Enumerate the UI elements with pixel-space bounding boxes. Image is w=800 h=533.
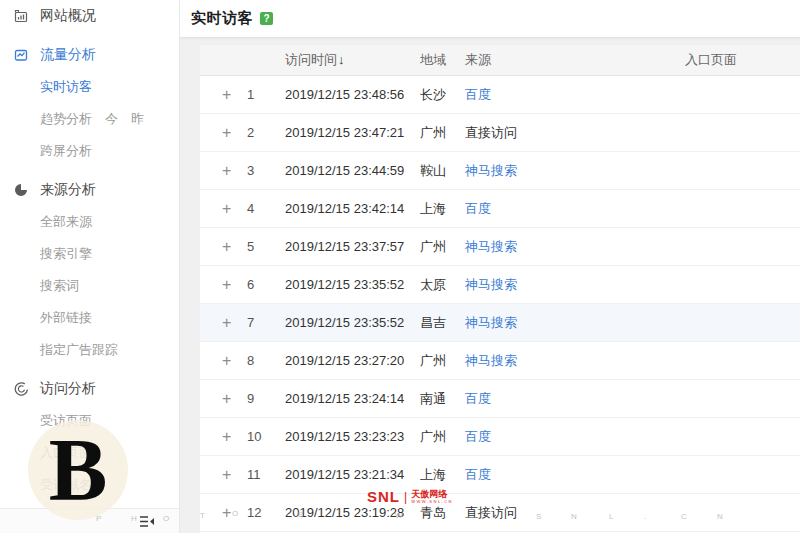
sidebar-item-search-terms[interactable]: 搜索词 (0, 270, 179, 302)
sidebar-item-label: 跨屏分析 (40, 142, 92, 160)
table-row: + 2 2019/12/15 23:47:21 广州 直接访问 (200, 114, 800, 152)
visitors-table-panel: 访问时间↓ 地域 来源 入口页面 + 1 2019/12/15 23:48:56… (200, 45, 800, 533)
sidebar-item-label: 访问分析 (40, 380, 96, 398)
visit-region: 太原 (417, 276, 462, 294)
main-content: 访问时间↓ 地域 来源 入口页面 + 1 2019/12/15 23:48:56… (180, 38, 800, 533)
expand-row-icon[interactable]: + (222, 87, 231, 103)
source-column-header: 来源 (462, 51, 682, 69)
visit-source-link[interactable]: 百度 (462, 428, 682, 446)
sidebar-item-label: 指定广告跟踪 (40, 341, 118, 359)
expand-row-icon[interactable]: + (222, 201, 231, 217)
table-row: + 3 2019/12/15 23:44:59 鞍山 神马搜索 (200, 152, 800, 190)
trend-today-link[interactable]: 今 (105, 110, 118, 128)
row-index: 9 (244, 391, 282, 406)
expand-row-icon[interactable]: + (222, 391, 231, 407)
table-row: + 6 2019/12/15 23:35:52 太原 神马搜索 (200, 266, 800, 304)
table-row: + 10 2019/12/15 23:23:23 广州 百度 (200, 418, 800, 456)
sidebar-item-all-sources[interactable]: 全部来源 (0, 206, 179, 238)
visit-source-link[interactable]: 百度 (462, 390, 682, 408)
watermark-letter: C (681, 512, 687, 521)
sort-desc-icon[interactable]: ↓ (338, 52, 345, 67)
logo-brand-text: SNL (367, 488, 400, 505)
table-row: + 5 2019/12/15 23:37:57 广州 神马搜索 (200, 228, 800, 266)
expand-row-icon[interactable]: + (222, 277, 231, 293)
row-index: 8 (244, 353, 282, 368)
region-column-header: 地域 (417, 51, 462, 69)
expand-row-icon[interactable]: + (222, 467, 231, 483)
visit-source: 直接访问 (462, 124, 682, 142)
sidebar-item-source-analysis[interactable]: 来源分析 (0, 174, 179, 206)
visit-region: 广州 (417, 352, 462, 370)
watermark-letter: T (200, 511, 205, 520)
visit-region: 上海 (417, 200, 462, 218)
visit-time: 2019/12/15 23:44:59 (282, 163, 417, 178)
avatar-watermark: B (28, 420, 128, 520)
visit-source-link[interactable]: 神马搜索 (462, 352, 682, 370)
row-index: 6 (244, 277, 282, 292)
sidebar-item-visit-analysis[interactable]: 访问分析 (0, 373, 179, 405)
visit-source-link[interactable]: 百度 (462, 86, 682, 104)
expand-row-icon[interactable]: + (222, 315, 231, 331)
visit-source-link[interactable]: 神马搜索 (462, 276, 682, 294)
sidebar-item-site-overview[interactable]: 网站概况 (0, 0, 179, 32)
table-row: + 9 2019/12/15 23:24:14 南通 百度 (200, 380, 800, 418)
sidebar-item-label: 搜索词 (40, 277, 79, 295)
sidebar-item-trend-analysis[interactable]: 趋势分析 今 昨 (0, 103, 179, 135)
watermark-letter: O (163, 514, 169, 523)
visit-source-link[interactable]: 神马搜索 (462, 314, 682, 332)
entry-column-header: 入口页面 (682, 51, 800, 69)
visit-time: 2019/12/15 23:21:34 (282, 467, 417, 482)
table-row: + 8 2019/12/15 23:27:20 广州 神马搜索 (200, 342, 800, 380)
avatar-letter: B (49, 426, 108, 514)
sidebar-item-cross-screen[interactable]: 跨屏分析 (0, 135, 179, 167)
page-title: 实时访客 (191, 9, 253, 28)
visit-time: 2019/12/15 23:37:57 (282, 239, 417, 254)
row-index: 11 (244, 467, 282, 482)
sidebar-item-search-engines[interactable]: 搜索引擎 (0, 238, 179, 270)
time-column-header: 访问时间↓ (282, 51, 417, 69)
watermark-letter: H (131, 514, 137, 523)
logo-divider: | (404, 490, 407, 504)
sidebar-item-external-links[interactable]: 外部链接 (0, 302, 179, 334)
visit-time: 2019/12/15 23:35:52 (282, 315, 417, 330)
site-overview-icon (13, 8, 29, 24)
visit-region: 广州 (417, 428, 462, 446)
expand-row-icon[interactable]: + (222, 163, 231, 179)
snl-logo-watermark: SNL | 天傲网络 WWW.SNL.CN (367, 488, 453, 505)
sidebar-item-traffic-analysis[interactable]: 流量分析 (0, 39, 179, 71)
row-index: 2 (244, 125, 282, 140)
sidebar-item-label: 趋势分析 (40, 110, 92, 128)
expand-row-icon[interactable]: + (222, 505, 231, 521)
sidebar-item-label: 实时访客 (40, 78, 92, 96)
expand-row-icon[interactable]: + (222, 125, 231, 141)
visit-region: 南通 (417, 390, 462, 408)
logo-url-text: WWW.SNL.CN (411, 500, 453, 504)
collapse-sidebar-icon[interactable] (138, 514, 156, 529)
expand-row-icon[interactable]: + (222, 239, 231, 255)
visit-source-link[interactable]: 神马搜索 (462, 162, 682, 180)
watermark-letter: W (395, 511, 403, 520)
help-icon[interactable]: ? (260, 12, 273, 25)
sidebar-item-realtime-visitors[interactable]: 实时访客 (0, 71, 179, 103)
watermark-letter: B (298, 510, 303, 519)
row-index: 12 (244, 505, 282, 520)
expand-row-icon[interactable]: + (222, 353, 231, 369)
traffic-analysis-icon (13, 47, 29, 63)
table-row: + 12 2019/12/15 23:19:28 青岛 直接访问 (200, 494, 800, 532)
visit-time: 2019/12/15 23:23:23 (282, 429, 417, 444)
visit-region: 广州 (417, 238, 462, 256)
sidebar-item-label: 外部链接 (40, 309, 92, 327)
visit-source-link[interactable]: 神马搜索 (462, 238, 682, 256)
watermark-letter: N (717, 512, 723, 521)
table-header-row: 访问时间↓ 地域 来源 入口页面 (200, 45, 800, 76)
visit-time: 2019/12/15 23:47:21 (282, 125, 417, 140)
watermark-letter: S (536, 512, 541, 521)
visit-source-link[interactable]: 百度 (462, 466, 682, 484)
visit-source-link[interactable]: 百度 (462, 200, 682, 218)
logo-company-name: 天傲网络 (411, 490, 453, 499)
expand-row-icon[interactable]: + (222, 429, 231, 445)
visit-region: 青岛 (417, 504, 462, 522)
sidebar-item-ad-tracking[interactable]: 指定广告跟踪 (0, 334, 179, 366)
trend-yesterday-link[interactable]: 昨 (131, 110, 144, 128)
row-index: 3 (244, 163, 282, 178)
